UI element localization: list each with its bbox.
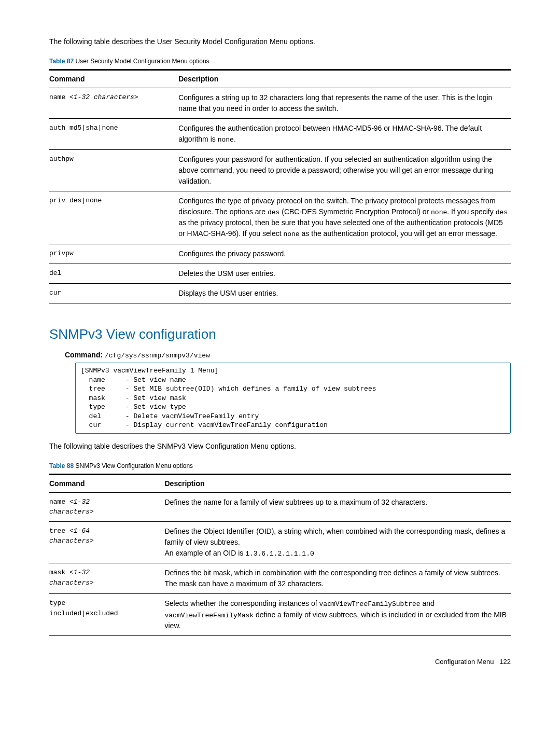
footer-page: 122: [499, 658, 511, 666]
code-box: [SNMPv3 vacmViewTreeFamily 1 Menu] name …: [75, 363, 511, 434]
description-cell: Selects whether the corresponding instan…: [165, 594, 511, 636]
section-title-view-config: SNMPv3 View configuration: [49, 324, 511, 344]
description-cell: Configures the type of privacy protocol …: [178, 191, 511, 244]
table88-header-description: Description: [165, 474, 511, 492]
command-cell: name <1-32 characters>: [49, 88, 178, 119]
table-row: privpwConfigures the privacy password.: [49, 244, 511, 264]
table87-header-command: Command: [49, 70, 178, 88]
description-cell: Defines the name for a family of view su…: [165, 492, 511, 521]
table88: Command Description name <1-32characters…: [49, 474, 511, 637]
table88-label: Table 88: [49, 462, 74, 469]
table-row: curDisplays the USM user entries.: [49, 283, 511, 303]
footer-label: Configuration Menu: [435, 658, 494, 666]
description-cell: Configures your password for authenticat…: [178, 149, 511, 191]
table-row: delDeletes the USM user entries.: [49, 264, 511, 283]
description-cell: Displays the USM user entries.: [178, 283, 511, 303]
table88-caption: Table 88 SNMPv3 View Configuration Menu …: [49, 461, 511, 471]
command-cell: auth md5|sha|none: [49, 119, 178, 150]
command-cell: del: [49, 264, 178, 283]
description-cell: Configures the authentication protocol b…: [178, 119, 511, 150]
description-cell: Defines the Object Identifier (OID), a s…: [165, 521, 511, 563]
command-line: Command: /cfg/sys/ssnmp/snmpv3/view: [65, 350, 511, 361]
command-cell: mask <1-32characters>: [49, 563, 165, 594]
table88-caption-text: SNMPv3 View Configuration Menu options: [75, 462, 193, 469]
table-row: typeincluded|excludedSelects whether the…: [49, 594, 511, 636]
table-row: tree <1-64characters>Defines the Object …: [49, 521, 511, 563]
command-cell: authpw: [49, 149, 178, 191]
table-row: priv des|noneConfigures the type of priv…: [49, 191, 511, 244]
description-cell: Configures a string up to 32 characters …: [178, 88, 511, 119]
command-cell: cur: [49, 283, 178, 303]
command-cell: tree <1-64characters>: [49, 521, 165, 563]
command-cell: privpw: [49, 244, 178, 264]
intro-text-1: The following table describes the User S…: [49, 36, 511, 47]
table-row: name <1-32 characters>Configures a strin…: [49, 88, 511, 119]
table88-header-command: Command: [49, 474, 165, 492]
intro-text-2: The following table describes the SNMPv3…: [49, 441, 511, 452]
table87-header-description: Description: [178, 70, 511, 88]
table-row: name <1-32characters>Defines the name fo…: [49, 492, 511, 521]
command-label: Command:: [65, 351, 103, 359]
command-cell: name <1-32characters>: [49, 492, 165, 521]
table-row: auth md5|sha|noneConfigures the authenti…: [49, 119, 511, 150]
page-footer: Configuration Menu 122: [49, 657, 511, 667]
command-cell: typeincluded|excluded: [49, 594, 165, 636]
command-cell: priv des|none: [49, 191, 178, 244]
table87-caption: Table 87 User Security Model Configurati…: [49, 57, 511, 66]
table87: Command Description name <1-32 character…: [49, 69, 511, 303]
description-cell: Defines the bit mask, which in combinati…: [165, 563, 511, 594]
command-path: /cfg/sys/ssnmp/snmpv3/view: [105, 352, 210, 359]
description-cell: Configures the privacy password.: [178, 244, 511, 264]
table87-caption-text: User Security Model Configuration Menu o…: [75, 58, 209, 65]
table-row: authpwConfigures your password for authe…: [49, 149, 511, 191]
description-cell: Deletes the USM user entries.: [178, 264, 511, 283]
table87-label: Table 87: [49, 58, 74, 65]
table-row: mask <1-32characters>Defines the bit mas…: [49, 563, 511, 594]
